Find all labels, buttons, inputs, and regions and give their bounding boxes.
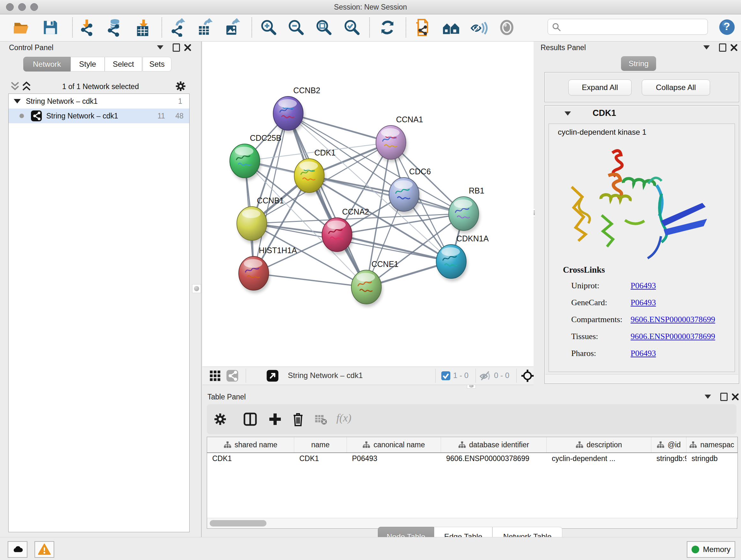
node-RB1[interactable]: RB1: [449, 186, 484, 233]
table-settings-gear-icon[interactable]: [212, 412, 228, 427]
open-session-icon[interactable]: [12, 18, 31, 37]
expand-all-networks-icon[interactable]: [22, 80, 31, 92]
node-label-CDC6: CDC6: [409, 167, 431, 176]
export-table-icon[interactable]: [196, 18, 214, 37]
collapse-all-networks-icon[interactable]: [10, 80, 20, 92]
column-header-namespac[interactable]: namespac: [686, 437, 738, 452]
cytoscape-window: { "window": { "title": "Session: New Ses…: [0, 0, 741, 560]
edge-CCNB2-CCNE1[interactable]: [288, 113, 366, 287]
node-CCNB1[interactable]: CCNB1: [237, 196, 284, 243]
selected-checkbox-icon[interactable]: [441, 371, 451, 381]
control-panel-collapse-icon[interactable]: [157, 45, 163, 50]
table-cell[interactable]: cyclin-dependent ...: [547, 453, 651, 465]
tree-expand-icon[interactable]: [14, 99, 21, 104]
import-table-file-icon[interactable]: [134, 18, 152, 37]
column-type-icon: [224, 441, 231, 449]
export-network-icon[interactable]: [168, 18, 187, 37]
column-header-canonical-name[interactable]: canonical name: [347, 437, 441, 452]
crosslink-value-link[interactable]: P06493: [630, 281, 656, 290]
column-header-database-identifier[interactable]: database identifier: [441, 437, 547, 452]
zoom-selected-icon[interactable]: [343, 18, 361, 37]
results-horizontal-scrollbar[interactable]: [545, 374, 738, 383]
network-tree-item-row[interactable]: String Network – cdk1 11 48: [9, 109, 189, 123]
create-column-icon[interactable]: [267, 412, 283, 427]
crosslink-value-link[interactable]: P06493: [630, 349, 656, 358]
import-network-file-icon[interactable]: [77, 18, 96, 37]
tab-network[interactable]: Network: [23, 57, 71, 71]
hidden-eye-slash-icon[interactable]: [479, 369, 491, 382]
zoom-fit-icon[interactable]: [315, 18, 333, 37]
cloud-status-button[interactable]: [8, 541, 27, 558]
node-label-CCNE1: CCNE1: [372, 260, 399, 268]
fit-selected-crosshair-icon[interactable]: [521, 369, 534, 382]
warnings-button[interactable]: [35, 541, 54, 558]
crosslink-value-link[interactable]: 9606.ENSP00000378699: [630, 315, 715, 324]
apply-layout-icon[interactable]: [378, 18, 397, 37]
save-session-icon[interactable]: [41, 18, 60, 37]
table-panel-collapse-icon[interactable]: [704, 395, 711, 399]
search-input[interactable]: [563, 20, 705, 33]
node-CDKN1A[interactable]: CDKN1A: [436, 234, 489, 281]
network-canvas[interactable]: CCNB2CCNA1CDC25BCDK1CDC6RB1CCNB1CCNA2CDK…: [202, 42, 534, 367]
birds-eye-view-icon[interactable]: [209, 370, 221, 381]
node-CCNB2[interactable]: CCNB2: [273, 86, 320, 133]
table-cell[interactable]: CDK1: [294, 453, 347, 465]
collapse-all-button[interactable]: Collapse All: [642, 79, 710, 96]
table-cell[interactable]: P06493: [347, 453, 441, 465]
tab-style[interactable]: Style: [71, 57, 105, 71]
edge-CCNA2-CDKN1A[interactable]: [337, 235, 451, 261]
enhance-view-icon[interactable]: [469, 18, 488, 37]
results-panel-collapse-icon[interactable]: [703, 45, 710, 50]
edge-CCNE1-HIST1H1A[interactable]: [254, 273, 366, 287]
import-network-database-icon[interactable]: [105, 18, 124, 37]
network-options-gear-icon[interactable]: [174, 80, 187, 92]
export-image-icon[interactable]: [223, 18, 242, 37]
column-header-description[interactable]: description: [547, 437, 651, 452]
crosslink-row: GeneCard:P06493: [571, 298, 656, 307]
results-panel-float-icon[interactable]: [719, 44, 726, 52]
control-panel-close-icon[interactable]: [184, 44, 192, 51]
table-row[interactable]: CDK1CDK1P064939606.ENSP00000378699cyclin…: [207, 453, 738, 465]
zoom-in-icon[interactable]: [259, 18, 278, 37]
clear-table-icon[interactable]: [314, 413, 327, 426]
column-header-@id[interactable]: @id: [651, 437, 686, 452]
node-CCNA1[interactable]: CCNA1: [376, 115, 423, 162]
gene-collapse-icon[interactable]: [564, 111, 571, 116]
table-panel-float-icon[interactable]: [720, 393, 728, 401]
network-graph[interactable]: CCNB2CCNA1CDC25BCDK1CDC6RB1CCNB1CCNA2CDK…: [202, 42, 534, 367]
network-edge-count: 48: [175, 112, 184, 120]
network-share-icon[interactable]: [226, 369, 239, 382]
tab-sets[interactable]: Sets: [143, 57, 172, 71]
gene-section-box: CDK1 cyclin-dependent kinase 1 Cr: [544, 105, 739, 384]
expand-all-button[interactable]: Expand All: [568, 79, 631, 96]
table-cell[interactable]: 9606.ENSP00000378699: [441, 453, 547, 465]
detach-view-icon[interactable]: [266, 369, 279, 382]
lens-gray-icon[interactable]: [497, 18, 516, 37]
function-builder-icon[interactable]: f(x): [336, 412, 351, 424]
node-HIST1H1A[interactable]: HIST1H1A: [239, 246, 297, 293]
show-columns-icon[interactable]: [243, 412, 258, 427]
control-panel-float-icon[interactable]: [173, 44, 180, 52]
left-splitter-handle[interactable]: [192, 284, 201, 293]
help-icon[interactable]: [719, 19, 735, 36]
zoom-out-icon[interactable]: [287, 18, 306, 37]
table-cell[interactable]: stringdb:9...: [651, 453, 686, 465]
tab-select[interactable]: Select: [105, 57, 142, 71]
column-header-name[interactable]: name: [294, 437, 347, 452]
node-CCNE1[interactable]: CCNE1: [351, 260, 399, 307]
table-scrollbar-thumb[interactable]: [210, 520, 266, 526]
delete-column-trash-icon[interactable]: [290, 412, 306, 427]
import-string-network-icon[interactable]: [414, 18, 432, 37]
table-panel-close-icon[interactable]: [731, 393, 739, 401]
crosslink-value-link[interactable]: P06493: [630, 298, 656, 307]
selected-counter: 1 - 0: [453, 371, 468, 380]
memory-button[interactable]: Memory: [687, 541, 735, 558]
table-cell[interactable]: stringdb: [686, 453, 738, 465]
results-panel-close-icon[interactable]: [730, 44, 738, 51]
string-home-icon[interactable]: [442, 18, 460, 37]
column-header-shared-name[interactable]: shared name: [207, 437, 294, 452]
table-cell[interactable]: CDK1: [207, 453, 294, 465]
tab-string[interactable]: String: [621, 56, 656, 71]
network-tree-root-row[interactable]: String Network – cdk1 1: [9, 94, 189, 109]
crosslink-value-link[interactable]: 9606.ENSP00000378699: [630, 332, 715, 341]
